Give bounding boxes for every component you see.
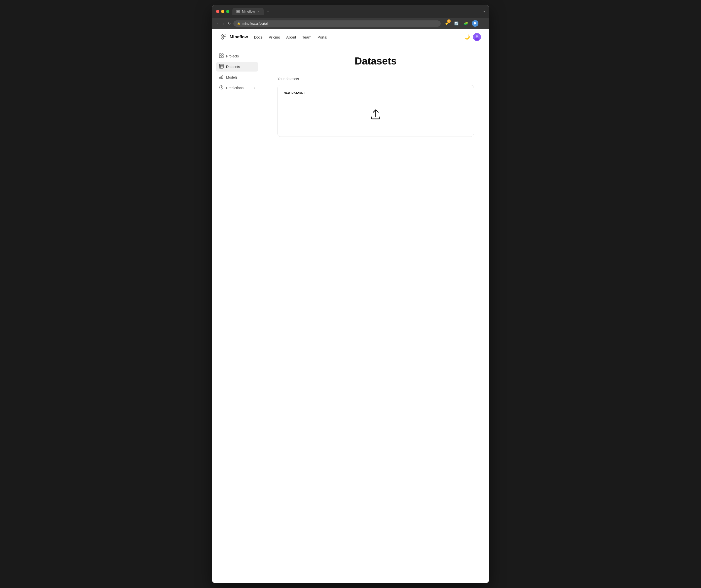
models-icon xyxy=(219,74,224,80)
sidebar-item-predictions[interactable]: Predictions ‹ xyxy=(216,83,258,93)
projects-icon xyxy=(219,53,224,59)
sidebar: Projects Datasets xyxy=(212,45,262,583)
nav-team[interactable]: Team xyxy=(302,35,311,39)
minimize-button[interactable] xyxy=(221,10,224,13)
svg-point-7 xyxy=(476,35,478,37)
browser-profile[interactable]: R xyxy=(472,20,478,27)
nav-pricing[interactable]: Pricing xyxy=(269,35,280,39)
svg-rect-19 xyxy=(222,75,223,78)
browser-titlebar: M Mineflow × + ▾ xyxy=(212,5,489,18)
close-button[interactable] xyxy=(216,10,219,13)
browser-tab[interactable]: M Mineflow × xyxy=(232,8,264,15)
browser-window: M Mineflow × + ▾ ‹ › ↻ 🔒 mineflow.ai/por… xyxy=(212,5,489,583)
svg-point-0 xyxy=(222,35,224,37)
sidebar-item-projects[interactable]: Projects xyxy=(216,51,258,61)
datasets-label: Datasets xyxy=(226,65,240,69)
traffic-lights xyxy=(216,10,229,13)
svg-rect-12 xyxy=(222,56,223,58)
tab-area: M Mineflow × + xyxy=(232,8,480,15)
site-nav: Docs Pricing About Team Portal xyxy=(254,35,464,39)
user-avatar[interactable] xyxy=(473,33,481,41)
nav-about[interactable]: About xyxy=(286,35,296,39)
puzzle-icon[interactable]: 🧩 xyxy=(462,20,469,27)
logo-icon xyxy=(220,33,228,41)
nav-portal[interactable]: Portal xyxy=(317,35,327,39)
sidebar-item-models[interactable]: Models xyxy=(216,72,258,82)
svg-rect-17 xyxy=(220,77,220,78)
main-content: Datasets Your datasets NEW DATASET xyxy=(262,45,489,583)
site-logo[interactable]: Mineflow xyxy=(220,33,248,41)
page-title: Datasets xyxy=(277,55,474,67)
predictions-item-inner: Predictions ‹ xyxy=(226,86,255,90)
datasets-icon xyxy=(219,64,224,69)
toolbar-actions: ⚡ 🔄 🧩 R ⋮ xyxy=(443,20,485,27)
new-dataset-label: NEW DATASET xyxy=(284,91,468,94)
predictions-arrow-icon: ‹ xyxy=(254,86,255,90)
svg-point-1 xyxy=(224,35,226,37)
sidebar-item-datasets[interactable]: Datasets xyxy=(216,62,258,71)
svg-point-2 xyxy=(222,37,224,39)
new-tab-button[interactable]: + xyxy=(266,9,270,14)
svg-rect-18 xyxy=(221,76,222,78)
predictions-label: Predictions xyxy=(226,86,243,90)
address-bar[interactable]: 🔒 mineflow.ai/portal xyxy=(233,20,441,27)
dark-mode-toggle[interactable]: 🌙 xyxy=(464,34,470,40)
tab-favicon: M xyxy=(236,10,240,13)
section-label: Your datasets xyxy=(277,77,474,81)
url-text: mineflow.ai/portal xyxy=(242,22,437,25)
tab-close-button[interactable]: × xyxy=(258,10,259,13)
refresh-button[interactable]: ↻ xyxy=(228,21,231,25)
header-actions: 🌙 xyxy=(464,33,481,41)
more-menu-button[interactable]: ⋮ xyxy=(481,21,485,26)
back-button[interactable]: ‹ xyxy=(216,21,219,26)
extensions-badge-icon[interactable]: ⚡ xyxy=(443,20,450,27)
new-dataset-card[interactable]: NEW DATASET xyxy=(277,85,474,137)
tab-dropdown-icon[interactable]: ▾ xyxy=(483,10,485,13)
maximize-button[interactable] xyxy=(226,10,229,13)
svg-rect-9 xyxy=(219,54,221,55)
upload-icon xyxy=(370,108,382,121)
svg-rect-13 xyxy=(219,64,223,68)
svg-rect-10 xyxy=(222,54,223,55)
layout: Projects Datasets xyxy=(212,45,489,583)
predictions-icon xyxy=(219,85,224,91)
models-label: Models xyxy=(226,75,237,79)
page-content: Mineflow Docs Pricing About Team Portal … xyxy=(212,29,489,583)
sync-icon[interactable]: 🔄 xyxy=(453,20,460,27)
site-header: Mineflow Docs Pricing About Team Portal … xyxy=(212,29,489,45)
tab-title: Mineflow xyxy=(242,10,255,13)
datasets-grid: NEW DATASET xyxy=(277,85,474,137)
upload-icon-container xyxy=(284,98,468,131)
forward-button[interactable]: › xyxy=(222,21,225,26)
svg-point-8 xyxy=(475,38,479,41)
svg-rect-11 xyxy=(219,56,221,58)
logo-text: Mineflow xyxy=(230,34,248,39)
nav-docs[interactable]: Docs xyxy=(254,35,263,39)
security-icon: 🔒 xyxy=(237,22,240,25)
browser-toolbar: ‹ › ↻ 🔒 mineflow.ai/portal ⚡ 🔄 🧩 R ⋮ xyxy=(212,18,489,29)
projects-label: Projects xyxy=(226,54,239,58)
